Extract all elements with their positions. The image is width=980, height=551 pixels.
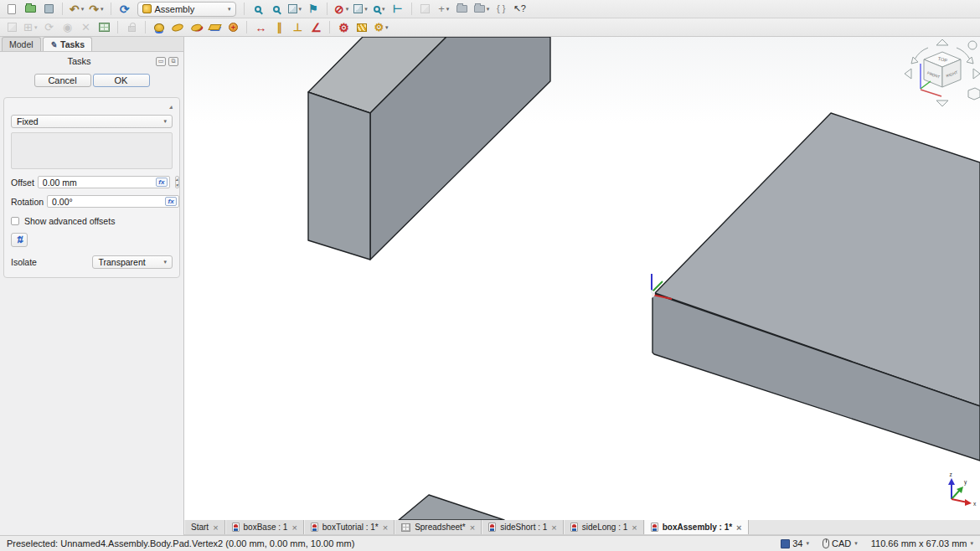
part-side-short[interactable] — [399, 495, 504, 520]
tasks-header: Tasks ▭ ⧉ — [0, 52, 183, 70]
toolbar-separator — [117, 21, 118, 33]
navigation-style-value: CAD — [832, 538, 851, 548]
chevron-down-icon: ▾ — [163, 259, 167, 265]
angle-joint-button[interactable]: ∠ — [307, 19, 324, 35]
close-icon[interactable]: × — [383, 523, 388, 533]
datum-icon: + — [438, 3, 445, 14]
isolate-select[interactable]: Transparent ▾ — [92, 255, 173, 269]
fit-all-button[interactable]: ▾ — [286, 1, 304, 17]
stop-icon: ⊘ — [334, 3, 344, 15]
screw-joint-icon — [357, 23, 367, 32]
doc-tab-start[interactable]: Start × — [184, 520, 225, 534]
fixed-joint-button[interactable] — [151, 19, 168, 35]
swap-icon: ⇅ — [15, 234, 23, 245]
formula-icon[interactable]: fx — [165, 197, 177, 206]
selection-view-button[interactable]: ▾ — [371, 1, 388, 17]
whats-this-button[interactable]: ↖? — [511, 1, 528, 17]
doc-tab-spreadsheet[interactable]: Spreadsheet* × — [395, 520, 482, 534]
freecad-window: ↶▾ ↷▾ ⟳ Assembly ▾ ▾ ⚑ ⊘▾ ▾ ▾ ⊢ +▾ ▾ { }… — [0, 0, 980, 551]
sync-view-button[interactable]: ⚑ — [305, 1, 322, 17]
cancel-button[interactable]: Cancel — [34, 74, 91, 87]
undo-button[interactable]: ↶▾ — [68, 1, 85, 17]
cylindrical-joint-button[interactable] — [188, 19, 204, 35]
panel-float-icon[interactable]: ⧉ — [168, 57, 178, 66]
perpendicular-joint-button[interactable]: ⊥ — [289, 19, 306, 35]
close-icon[interactable]: × — [470, 523, 475, 533]
navigation-style-selector[interactable]: CAD ▾ — [823, 538, 858, 548]
gears-belt-joint-button[interactable]: ⚙▾ — [372, 19, 389, 35]
counter-indicator[interactable]: 34 ▾ — [781, 538, 809, 548]
tab-model[interactable]: Model — [2, 37, 41, 51]
open-file-button[interactable] — [22, 1, 39, 17]
new-document-button[interactable] — [3, 1, 20, 17]
zoom-out-button[interactable] — [268, 1, 285, 17]
chevron-down-icon: ▾ — [970, 540, 973, 547]
doc-tab-sideshort[interactable]: sideShort : 1 × — [482, 520, 564, 534]
tab-tasks[interactable]: ✎Tasks — [43, 37, 92, 51]
revolute-joint-icon — [172, 23, 185, 33]
gears-icon: ⚙ — [374, 22, 384, 33]
zoom-out-icon — [273, 6, 280, 13]
freecad-file-icon — [488, 523, 496, 532]
attachment-mode-select[interactable]: Fixed ▾ — [11, 115, 173, 128]
planar-joint-icon — [208, 24, 221, 30]
part-box-base[interactable] — [652, 113, 980, 461]
panel-dock-icon[interactable]: ▭ — [156, 57, 166, 66]
refresh-button[interactable]: ⟳ — [116, 1, 133, 17]
advanced-offsets-checkbox[interactable] — [11, 217, 19, 225]
blue-square-icon — [781, 539, 790, 548]
navigation-cube[interactable]: TOP FRONT RIGHT — [905, 39, 980, 106]
chevron-down-icon: ▾ — [163, 118, 167, 125]
group-button[interactable] — [454, 1, 471, 17]
screw-joint-button[interactable] — [353, 19, 370, 35]
formula-icon[interactable]: fx — [156, 178, 168, 187]
save-icon — [44, 4, 54, 13]
doc-tab-boxtutorial[interactable]: boxTutorial : 1* × — [304, 520, 395, 534]
expression-button[interactable]: { } — [493, 1, 509, 17]
close-icon[interactable]: × — [213, 523, 218, 533]
redo-button[interactable]: ↷▾ — [87, 1, 105, 17]
freecad-file-icon — [651, 523, 658, 532]
reverse-direction-button[interactable]: ⇅ — [11, 233, 28, 247]
doc-tab-sidelong[interactable]: sideLong : 1 × — [564, 520, 644, 534]
measure-button[interactable]: ⊢ — [389, 1, 406, 17]
close-icon[interactable]: × — [551, 523, 556, 533]
joint-reference-list[interactable] — [11, 132, 173, 169]
close-icon[interactable]: × — [632, 523, 637, 533]
export-button[interactable]: ▾ — [472, 1, 492, 17]
fixed-joint-icon — [154, 23, 164, 32]
distance-joint-button[interactable]: ↔ — [252, 19, 269, 35]
doc-tab-boxassembly[interactable]: boxAssembly : 1* × — [644, 520, 749, 534]
create-spreadsheet-button[interactable] — [95, 19, 112, 35]
ball-joint-button[interactable]: + — [224, 19, 241, 35]
chevron-down-icon: ▾ — [364, 6, 368, 13]
planar-joint-button[interactable] — [206, 19, 223, 35]
workbench-selector[interactable]: Assembly ▾ — [137, 2, 236, 17]
close-icon[interactable]: × — [736, 523, 741, 533]
draw-style-button[interactable]: ▾ — [352, 1, 369, 17]
assembly-workbench-icon — [142, 4, 152, 13]
zoom-in-button[interactable] — [250, 1, 266, 17]
doc-tab-boxbase[interactable]: boxBase : 1 × — [225, 520, 304, 534]
parallel-joint-button[interactable]: ∥ — [271, 19, 287, 35]
ok-button[interactable]: OK — [93, 74, 150, 87]
isolate-row: Isolate Transparent ▾ — [11, 255, 173, 269]
stop-operation-button[interactable]: ⊘▾ — [333, 1, 350, 17]
close-icon[interactable]: × — [291, 523, 297, 533]
revolute-joint-button[interactable] — [169, 19, 186, 35]
3d-viewport[interactable]: TOP FRONT RIGHT z y x — [184, 37, 980, 520]
view-dimensions-indicator[interactable]: 110.66 mm x 67.03 mm ▾ — [871, 538, 973, 548]
new-document-icon — [8, 4, 16, 14]
datum-button[interactable]: +▾ — [436, 1, 452, 17]
fit-all-icon — [288, 4, 297, 13]
rack-pinion-joint-button[interactable]: ⚙ — [335, 19, 352, 35]
offset-stepper[interactable]: ▴ ▾ — [175, 176, 179, 188]
part-side-long[interactable] — [308, 37, 550, 260]
whats-this-cursor-icon: ↖? — [513, 4, 526, 13]
doc-tab-label: Start — [191, 523, 209, 532]
collapse-arrow-icon[interactable]: ▴ — [169, 103, 173, 111]
rotation-input[interactable] — [52, 197, 165, 207]
offset-input[interactable] — [43, 178, 156, 188]
save-button[interactable] — [40, 1, 57, 17]
toolbar-separator — [145, 21, 146, 33]
